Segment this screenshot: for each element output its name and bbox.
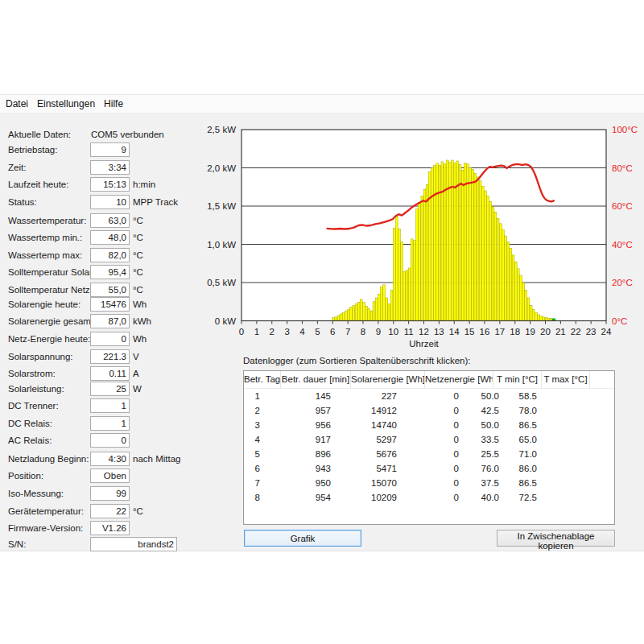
field-value-solarenergie-gesamt[interactable]: 87,0 (90, 314, 130, 328)
x-tick-label: 0 (239, 327, 244, 336)
field-value-zeit[interactable]: 3:34 (90, 160, 130, 175)
field-value-wassertemp-max[interactable]: 82,0 (90, 248, 130, 262)
x-tick-label: 6 (330, 327, 335, 336)
solar-power-bar (395, 216, 398, 320)
column-header-3[interactable]: Solarenergie [Wh] (351, 371, 425, 388)
field-row-netz-energie-heute: Netz-Energie heute:0Wh (0, 332, 201, 346)
solar-power-bar (464, 163, 466, 321)
field-label-sn: S/N: (8, 537, 26, 551)
solar-power-bar (540, 316, 543, 321)
column-header-filler (590, 371, 613, 388)
cell: 0 (403, 476, 465, 490)
solar-power-bar (485, 191, 487, 321)
right-axis-tick-label: 60°C (612, 201, 633, 211)
datalogger-row-3[interactable]: 395614740050.086.5 (244, 418, 614, 432)
field-value-sn[interactable]: brandst2 (90, 537, 177, 551)
cell: 917 (270, 432, 336, 447)
solar-power-bar (426, 184, 428, 320)
datalogger-row-7[interactable]: 795015070037.586.5 (244, 476, 614, 490)
solar-power-bar (365, 306, 368, 320)
field-value-solltemperatur-netz[interactable]: 55,0 (90, 283, 130, 297)
field-value-wassertemp-min[interactable]: 48,0 (90, 230, 130, 245)
x-tick-label: 18 (510, 327, 520, 336)
solar-power-bar (497, 218, 499, 320)
field-value-solarleistung[interactable]: 25 (90, 382, 130, 396)
datalogger-row-5[interactable]: 58965676025.571.0 (244, 447, 614, 461)
cell: 0 (403, 389, 465, 403)
field-value-dc-relais[interactable]: 1 (90, 416, 130, 431)
field-value-solarengie-heute[interactable]: 15476 (90, 297, 130, 312)
column-header-2[interactable]: Betr. dauer [min] (281, 371, 351, 388)
column-header-4[interactable]: Netzenergie [Wh] (425, 371, 493, 388)
cell: 14740 (336, 418, 403, 432)
datalogger-header-row: Betr. TagBetr. dauer [min]Solarenergie [… (244, 371, 614, 389)
field-row-solltemperatur-netz: Solltemperatur Netz:55,0°C (0, 283, 201, 297)
field-row-wassertemperatur: Wassertemperatur:63,0°C (0, 213, 201, 228)
field-unit-laufzeit-heute: h:min (133, 177, 155, 192)
field-unit-solarengie-heute: Wh (133, 297, 147, 312)
cell: 227 (336, 389, 403, 403)
field-label-wassertemperatur: Wassertemperatur: (8, 213, 86, 228)
x-tick-label: 12 (419, 327, 429, 336)
solar-power-bar (477, 177, 479, 321)
field-value-solltemperatur-solar[interactable]: 95,4 (90, 265, 130, 279)
datalogger-row-6[interactable]: 69435471076.086.0 (244, 461, 614, 476)
grafik-button[interactable]: Grafik (244, 530, 361, 547)
field-value-iso-messung[interactable]: 99 (90, 486, 130, 501)
solar-power-bar (517, 269, 519, 321)
column-header-5[interactable]: T min [°C] (493, 371, 542, 388)
solar-power-bar (441, 162, 444, 321)
field-value-laufzeit-heute[interactable]: 15:13 (90, 177, 130, 192)
field-value-firmware-version[interactable]: V1.26 (90, 521, 130, 535)
x-tick-label: 19 (525, 327, 535, 336)
datalogger-row-4[interactable]: 49175297033.565.0 (244, 432, 614, 447)
field-value-netzladung-beginn[interactable]: 4:30 (90, 452, 130, 466)
solar-power-bar (345, 311, 348, 320)
solar-power-bar (522, 283, 525, 321)
field-label-position: Position: (8, 469, 43, 483)
x-tick-label: 2 (270, 327, 275, 336)
menu-item-einstellungen[interactable]: Einstellungen (33, 97, 99, 111)
field-value-position[interactable]: Oben (90, 469, 130, 483)
field-value-solarstrom[interactable]: 0.11 (90, 366, 130, 381)
column-header-1[interactable]: Betr. Tag (244, 371, 281, 388)
cell: 8 (244, 490, 270, 505)
cell (546, 461, 568, 476)
field-value-netz-energie-heute[interactable]: 0 (90, 332, 130, 346)
field-value-geraetetemperatur[interactable]: 22 (90, 504, 130, 518)
datalogger-table: Betr. TagBetr. dauer [min]Solarenergie [… (243, 370, 615, 525)
solar-power-bar (434, 166, 436, 321)
menu-item-datei[interactable]: Datei (2, 97, 32, 111)
field-value-status[interactable]: 10 (90, 195, 130, 209)
column-header-6[interactable]: T max [°C] (542, 371, 590, 388)
copy-to-clipboard-button[interactable]: In Zwischenablage kopieren (497, 530, 615, 547)
right-axis-tick-label: 40°C (612, 240, 633, 250)
menu-item-hilfe[interactable]: Hilfe (100, 97, 127, 111)
field-row-solarenergie-gesamt: Solarenergie gesamt:87,0kWh (0, 314, 201, 328)
field-value-betriebstag[interactable]: 9 (90, 142, 130, 157)
cell (546, 447, 568, 461)
datalogger-row-2[interactable]: 295714912042.578.0 (244, 403, 614, 418)
solar-power-bar (479, 181, 481, 321)
cell: 86.5 (506, 418, 546, 432)
cell: 5297 (336, 432, 403, 447)
cell: 37.5 (465, 476, 506, 490)
solar-power-bar (403, 272, 406, 321)
datalogger-row-1[interactable]: 1145227050.058.5 (244, 389, 614, 403)
solar-power-bar (370, 311, 373, 320)
left-axis-tick-label: 1,5 kW (207, 201, 236, 211)
solar-power-bar (411, 239, 413, 321)
x-tick-label: 24 (601, 327, 612, 336)
field-value-solarspannung[interactable]: 221.3 (90, 349, 130, 364)
solar-power-bar (452, 160, 454, 321)
field-value-dc-trenner[interactable]: 1 (90, 398, 130, 413)
datalogger-row-8[interactable]: 895410209040.072.5 (244, 490, 614, 505)
x-tick-label: 13 (434, 327, 444, 336)
field-value-wassertemperatur[interactable]: 63,0 (90, 213, 130, 228)
solar-power-bar (393, 229, 395, 321)
field-unit-solarstrom: A (133, 366, 139, 381)
solar-power-bar (386, 298, 388, 321)
cell: 25.5 (465, 447, 506, 461)
solar-power-temperature-chart: 0 kW0,5 kW1,0 kW1,5 kW2,0 kW2,5 kW0°C20°… (200, 118, 644, 356)
field-value-ac-relais[interactable]: 0 (90, 433, 130, 448)
